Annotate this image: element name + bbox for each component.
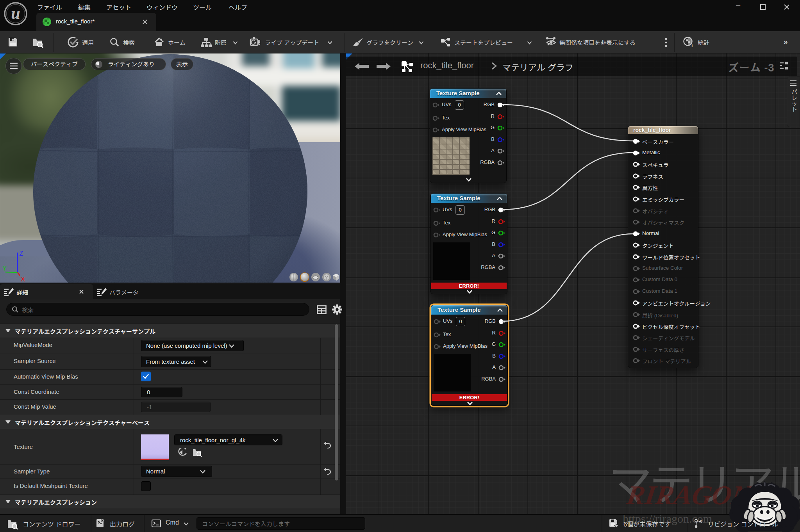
svg-text:u: u — [11, 4, 20, 22]
svg-text:Z: Z — [19, 250, 23, 257]
svg-text:X: X — [21, 276, 25, 283]
svg-text:Y: Y — [2, 265, 7, 272]
svg-text:i: i — [691, 43, 693, 48]
